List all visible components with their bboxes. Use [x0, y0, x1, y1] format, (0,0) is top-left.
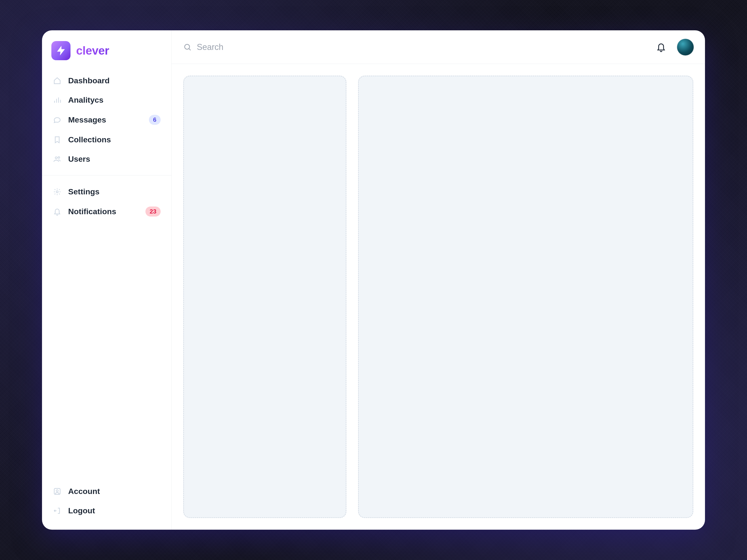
sidebar-item-users[interactable]: Users — [48, 149, 166, 169]
brand[interactable]: clever — [42, 30, 171, 69]
home-icon — [53, 76, 61, 85]
search-input[interactable] — [197, 42, 648, 52]
chat-icon — [53, 115, 61, 124]
nav-bottom: Account Logout — [42, 479, 171, 530]
gear-icon — [53, 187, 61, 196]
account-icon — [53, 487, 61, 496]
sidebar-item-label: Account — [68, 487, 161, 496]
sidebar-item-collections[interactable]: Collections — [48, 130, 166, 149]
sidebar-spacer — [42, 224, 171, 479]
logout-icon — [53, 506, 61, 515]
app-window: clever Dashboard Analitycs Messages — [42, 30, 705, 530]
sidebar-item-logout[interactable]: Logout — [48, 501, 166, 520]
svg-point-4 — [56, 489, 58, 491]
sidebar-item-account[interactable]: Account — [48, 482, 166, 501]
notifications-button[interactable] — [654, 41, 668, 54]
sidebar-item-label: Settings — [68, 187, 161, 196]
svg-point-0 — [55, 157, 57, 159]
topbar — [172, 30, 705, 64]
users-icon — [53, 155, 61, 164]
svg-point-1 — [58, 157, 60, 158]
sidebar-item-label: Logout — [68, 506, 161, 515]
nav-secondary: Settings Notifications 23 — [42, 180, 171, 224]
sidebar: clever Dashboard Analitycs Messages — [42, 30, 172, 530]
sidebar-item-label: Collections — [68, 135, 161, 144]
bookmark-icon — [53, 135, 61, 144]
content — [172, 64, 705, 530]
bell-icon — [53, 207, 61, 216]
sidebar-item-analytics[interactable]: Analitycs — [48, 90, 166, 110]
main — [172, 30, 705, 530]
sidebar-item-label: Dashboard — [68, 76, 161, 85]
avatar[interactable] — [677, 39, 694, 56]
search-icon — [183, 43, 192, 52]
sidebar-item-label: Notifications — [68, 207, 139, 216]
content-placeholder-right — [358, 76, 693, 518]
sidebar-item-messages[interactable]: Messages 6 — [48, 110, 166, 130]
search — [183, 42, 648, 52]
bolt-icon — [55, 45, 67, 56]
bar-chart-icon — [53, 96, 61, 105]
sidebar-item-settings[interactable]: Settings — [48, 182, 166, 202]
sidebar-item-dashboard[interactable]: Dashboard — [48, 71, 166, 90]
badge-messages: 6 — [149, 115, 161, 125]
sidebar-item-label: Messages — [68, 115, 143, 124]
badge-notifications: 23 — [146, 207, 161, 216]
sidebar-item-notifications[interactable]: Notifications 23 — [48, 202, 166, 222]
brand-logo — [51, 41, 71, 60]
svg-point-5 — [185, 44, 189, 49]
bell-icon — [656, 42, 666, 52]
brand-name: clever — [76, 44, 109, 57]
nav-primary: Dashboard Analitycs Messages 6 Collecti — [42, 69, 171, 171]
sidebar-item-label: Users — [68, 155, 161, 164]
nav-divider — [42, 175, 171, 176]
sidebar-item-label: Analitycs — [68, 96, 161, 105]
svg-point-2 — [56, 191, 58, 193]
topbar-actions — [654, 39, 694, 56]
content-placeholder-left — [183, 76, 346, 518]
